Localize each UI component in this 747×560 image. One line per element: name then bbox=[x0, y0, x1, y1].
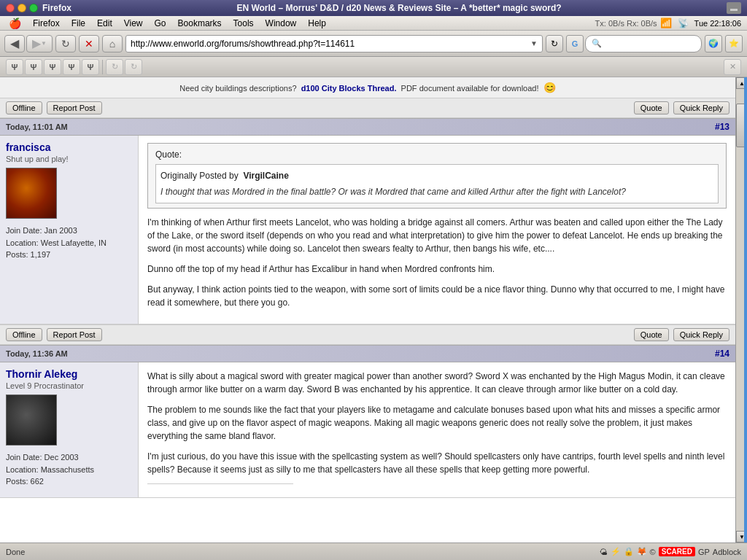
post13-quote-text: I thought that was Mordred in the final … bbox=[160, 185, 713, 198]
scroll-accent bbox=[744, 77, 747, 542]
post13-user-details: Join Date: Jan 2003 Location: West Lafay… bbox=[6, 225, 132, 261]
post13-paragraph-3: But anyway, I think action points tied t… bbox=[147, 283, 727, 309]
post13-left-buttons-bottom: Offline Report Post bbox=[6, 328, 630, 341]
address-bar[interactable]: ▼ bbox=[125, 35, 543, 52]
quote-label: Quote: bbox=[155, 149, 182, 160]
search-input[interactable] bbox=[605, 39, 695, 49]
gp-text: GP bbox=[698, 548, 710, 556]
reload-button[interactable]: ↻ bbox=[546, 35, 563, 52]
post13-body: francisca Shut up and play! Join Date: J… bbox=[0, 136, 735, 324]
post14-posts: Posts: 662 bbox=[6, 475, 132, 488]
search-icon: 🔍 bbox=[592, 39, 602, 48]
apple-menu[interactable]: 🍎 bbox=[3, 18, 27, 29]
network-status: Tx: 0B/s Rx: 0B/s bbox=[595, 19, 657, 28]
quote-button-top[interactable]: Quote bbox=[634, 101, 669, 114]
post13-time: Today, 11:01 AM bbox=[6, 122, 68, 131]
bookmark-3[interactable]: Ψ bbox=[44, 59, 61, 75]
report-post-button-top[interactable]: Report Post bbox=[47, 101, 102, 114]
forward-icon: ▶ bbox=[32, 36, 41, 50]
post14-user-info: Thornir Alekeg Level 9 Procrastinator Jo… bbox=[0, 362, 139, 497]
post14-location: Location: Massachusetts bbox=[6, 464, 132, 476]
bookmark-1[interactable]: Ψ bbox=[6, 59, 23, 75]
title-bar-left: Firefox bbox=[6, 3, 71, 13]
google-search-area: G 🔍 bbox=[566, 35, 702, 52]
post14-content: What is silly about a magical sword with… bbox=[139, 362, 735, 497]
adblock-text: Adblock bbox=[713, 548, 741, 556]
notice-link[interactable]: d100 City Blocks Thread. bbox=[301, 84, 397, 93]
dropdown-icon: ▼ bbox=[41, 40, 47, 47]
quick-reply-button-bottom[interactable]: Quick Reply bbox=[673, 328, 729, 341]
post13-bottom-action-bar: Offline Report Post Quote Quick Reply bbox=[0, 324, 735, 345]
bookmark-button[interactable]: ⭐ bbox=[725, 35, 743, 52]
toolbar: ◀ ▶ ▼ ↻ ✕ ⌂ ▼ ↻ G 🔍 🌍 ⭐ bbox=[0, 31, 747, 57]
stop-icon: ✕ bbox=[85, 38, 93, 50]
post13-quote-content: Originally Posted by VirgilCaine I thoug… bbox=[155, 164, 719, 203]
page-content: Need city buildings descriptions? d100 C… bbox=[0, 77, 735, 542]
post13-right-buttons-bottom: Quote Quick Reply bbox=[634, 328, 729, 341]
bookmark-back[interactable]: ↻ bbox=[106, 59, 123, 75]
status-text: Done bbox=[6, 548, 600, 556]
post13-user-title: Shut up and play! bbox=[6, 155, 132, 163]
post14-user-title: Level 9 Procrastinator bbox=[6, 381, 132, 390]
traffic-lights bbox=[6, 4, 38, 12]
home-button[interactable]: ⌂ bbox=[102, 35, 123, 52]
menu-file[interactable]: File bbox=[66, 18, 91, 28]
menu-firefox[interactable]: Firefox bbox=[27, 18, 66, 28]
network-icon: ⚡ bbox=[611, 547, 621, 556]
search-box[interactable]: 🔍 bbox=[585, 35, 702, 52]
bookmark-5[interactable]: Ψ bbox=[82, 59, 99, 75]
post13-username[interactable]: francisca bbox=[6, 141, 132, 153]
extensions-button[interactable]: 🌍 bbox=[705, 35, 722, 52]
minimize-button[interactable] bbox=[18, 4, 26, 12]
window-control[interactable]: ▬ bbox=[727, 2, 741, 14]
menu-tools[interactable]: Tools bbox=[228, 18, 260, 28]
title-bar: Firefox EN World – Morrus' D&D / d20 New… bbox=[0, 0, 747, 16]
post13-avatar bbox=[6, 168, 57, 219]
scrollbar[interactable]: ▲ ▼ bbox=[735, 77, 747, 542]
bookmark-2[interactable]: Ψ bbox=[25, 59, 42, 75]
post13-avatar-image bbox=[7, 168, 56, 219]
url-input[interactable] bbox=[131, 39, 530, 49]
security-icon: 🔒 bbox=[624, 547, 634, 556]
refresh-button[interactable]: ↻ bbox=[55, 35, 76, 52]
quote-button-bottom[interactable]: Quote bbox=[634, 328, 669, 341]
report-post-button-bottom[interactable]: Report Post bbox=[47, 328, 102, 341]
bookmark-4[interactable]: Ψ bbox=[63, 59, 80, 75]
home-icon: ⌂ bbox=[109, 38, 115, 50]
close-button[interactable] bbox=[6, 4, 15, 12]
menu-go[interactable]: Go bbox=[149, 18, 172, 28]
clock: Tue 22:18:06 bbox=[694, 19, 741, 28]
reload-icon: ↻ bbox=[551, 39, 558, 49]
google-icon: G bbox=[566, 35, 584, 52]
back-button[interactable]: ◀ bbox=[4, 35, 25, 52]
forward-button[interactable]: ▶ ▼ bbox=[26, 35, 53, 52]
offline-button-top[interactable]: Offline bbox=[6, 101, 42, 114]
menu-bookmarks[interactable]: Bookmarks bbox=[172, 18, 228, 28]
quick-reply-button-top[interactable]: Quick Reply bbox=[673, 101, 729, 114]
menu-view[interactable]: View bbox=[118, 18, 149, 28]
post13-right-buttons: Quote Quick Reply bbox=[634, 101, 729, 114]
post14-number: #14 bbox=[715, 349, 729, 359]
maximize-button[interactable] bbox=[29, 4, 38, 12]
menu-edit[interactable]: Edit bbox=[91, 18, 118, 28]
post14-username[interactable]: Thornir Alekeg bbox=[6, 368, 132, 380]
bookmark-close[interactable]: ✕ bbox=[724, 59, 741, 75]
post14-time: Today, 11:36 AM bbox=[6, 349, 68, 358]
bookmark-forward[interactable]: ↻ bbox=[125, 59, 142, 75]
offline-button-bottom[interactable]: Offline bbox=[6, 328, 42, 341]
menu-help[interactable]: Help bbox=[302, 18, 332, 28]
stop-button[interactable]: ✕ bbox=[79, 35, 99, 52]
menu-window[interactable]: Window bbox=[260, 18, 303, 28]
main-area: Need city buildings descriptions? d100 C… bbox=[0, 77, 747, 542]
refresh-icon: ↻ bbox=[61, 38, 70, 50]
firefox-icon: 🦊 bbox=[637, 547, 647, 556]
post14-body: Thornir Alekeg Level 9 Procrastinator Jo… bbox=[0, 362, 735, 498]
window-title: EN World – Morrus' D&D / d20 News & Revi… bbox=[236, 3, 561, 13]
post13-paragraph-1: I'm thinking of when Arthur first meets … bbox=[147, 216, 727, 255]
post14-separator bbox=[147, 483, 293, 484]
originally-posted-text: Originally Posted by bbox=[160, 171, 239, 181]
wifi-icon: 📡 bbox=[678, 18, 689, 28]
dropdown-arrow-icon[interactable]: ▼ bbox=[530, 39, 538, 47]
post13-posts: Posts: 1,197 bbox=[6, 249, 132, 261]
post13-quote-header: Quote: bbox=[155, 148, 719, 161]
